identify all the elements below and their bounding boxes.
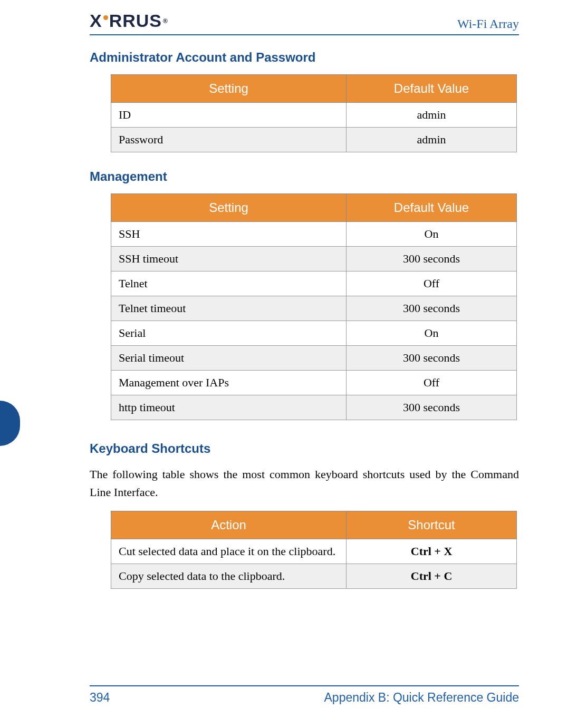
registered-mark-icon: ®: [163, 17, 168, 25]
logo-letters-rest: RRUS: [109, 11, 162, 31]
cell-value: Off: [347, 371, 517, 395]
cell-setting: Password: [111, 128, 347, 152]
col-header-default-value: Default Value: [347, 194, 517, 222]
table-keyboard-shortcuts: Action Shortcut Cut selected data and pl…: [111, 511, 517, 589]
table-row: SSH timeout300 seconds: [111, 247, 517, 271]
page-number: 394: [90, 691, 110, 705]
page-footer: 394 Appendix B: Quick Reference Guide: [90, 685, 519, 705]
cell-value: 300 seconds: [347, 395, 517, 420]
table-row: Password admin: [111, 128, 517, 152]
cell-action: Copy selected data to the clipboard.: [111, 564, 347, 589]
cell-shortcut: Ctrl + C: [347, 564, 517, 589]
logo-text: XRRUS®: [90, 11, 168, 31]
table-management: Setting Default Value SSHOn SSH timeout3…: [111, 193, 517, 420]
brand-logo: XRRUS®: [90, 11, 168, 31]
table-row: http timeout300 seconds: [111, 395, 517, 420]
table-row: Copy selected data to the clipboard. Ctr…: [111, 564, 517, 589]
cell-setting: Serial: [111, 321, 347, 346]
col-header-shortcut: Shortcut: [347, 511, 517, 539]
section-tab-marker: [0, 401, 20, 446]
cell-shortcut: Ctrl + X: [347, 539, 517, 564]
table-row: SerialOn: [111, 321, 517, 346]
page-header: XRRUS® Wi-Fi Array: [90, 11, 519, 35]
table-row: Cut selected data and place it on the cl…: [111, 539, 517, 564]
cell-value: admin: [347, 128, 517, 152]
cell-value: Off: [347, 271, 517, 296]
product-name: Wi-Fi Array: [457, 17, 519, 31]
cell-value: 300 seconds: [347, 296, 517, 321]
heading-keyboard-shortcuts: Keyboard Shortcuts: [90, 441, 519, 456]
cell-setting: Telnet: [111, 271, 347, 296]
cell-setting: SSH: [111, 222, 347, 247]
table-row: Telnet timeout300 seconds: [111, 296, 517, 321]
table-header-row: Setting Default Value: [111, 75, 517, 103]
table-row: ID admin: [111, 103, 517, 128]
cell-setting: Management over IAPs: [111, 371, 347, 395]
table-header-row: Action Shortcut: [111, 511, 517, 539]
cell-value: On: [347, 321, 517, 346]
col-header-default-value: Default Value: [347, 75, 517, 103]
table-row: Management over IAPsOff: [111, 371, 517, 395]
cell-value: On: [347, 222, 517, 247]
cell-value: admin: [347, 103, 517, 128]
cell-setting: Telnet timeout: [111, 296, 347, 321]
footer-title: Appendix B: Quick Reference Guide: [324, 691, 519, 705]
cell-value: 300 seconds: [347, 346, 517, 371]
col-header-setting: Setting: [111, 194, 347, 222]
table-header-row: Setting Default Value: [111, 194, 517, 222]
cell-setting: http timeout: [111, 395, 347, 420]
page: XRRUS® Wi-Fi Array Administrator Account…: [0, 0, 577, 728]
heading-admin-account: Administrator Account and Password: [90, 50, 519, 65]
cell-setting: ID: [111, 103, 347, 128]
heading-management: Management: [90, 169, 519, 184]
cell-setting: Serial timeout: [111, 346, 347, 371]
col-header-action: Action: [111, 511, 347, 539]
table-row: Serial timeout300 seconds: [111, 346, 517, 371]
table-row: TelnetOff: [111, 271, 517, 296]
table-admin-account: Setting Default Value ID admin Password …: [111, 74, 517, 152]
col-header-setting: Setting: [111, 75, 347, 103]
shortcuts-intro-text: The following table shows the most commo…: [90, 465, 519, 501]
cell-setting: SSH timeout: [111, 247, 347, 271]
logo-letter-x: X: [90, 11, 102, 31]
table-row: SSHOn: [111, 222, 517, 247]
cell-value: 300 seconds: [347, 247, 517, 271]
cell-action: Cut selected data and place it on the cl…: [111, 539, 347, 564]
logo-dot-icon: [103, 15, 108, 20]
